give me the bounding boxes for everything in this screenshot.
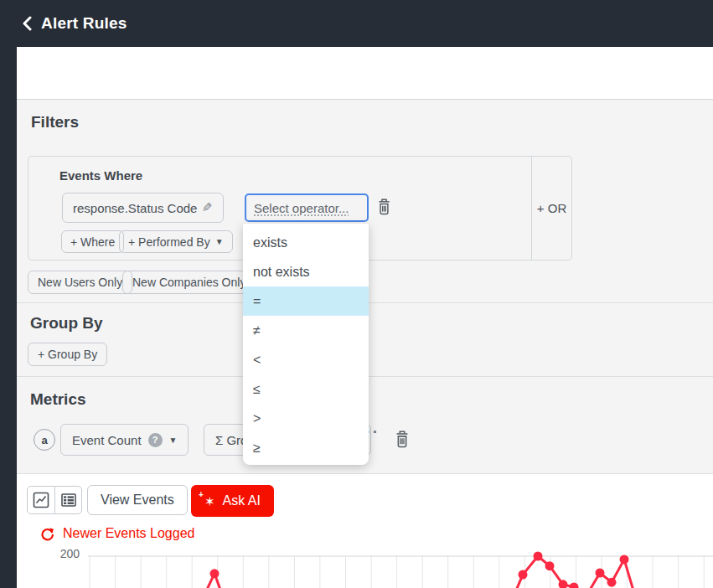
view-events-button[interactable]: View Events <box>87 485 188 515</box>
add-or-label: + OR <box>537 201 566 215</box>
y-axis-tick-200: 200 <box>52 547 80 560</box>
table-icon <box>60 492 77 508</box>
operator-dropdown: exists not exists = ≠ < ≤ > ≥ <box>243 224 369 465</box>
chart-section: View Events ✶+ Ask AI Newer Events Logge… <box>17 473 713 588</box>
new-users-only-chip[interactable]: New Users Only <box>28 271 132 294</box>
metric-delete-button[interactable] <box>395 431 410 451</box>
filter-property-label: response.Status Code <box>73 201 197 215</box>
trash-icon <box>377 199 391 215</box>
operator-option-exists[interactable]: exists <box>243 228 369 257</box>
ask-ai-label: Ask AI <box>223 493 261 508</box>
metrics-heading: Metrics <box>30 390 86 409</box>
chart-plot-area <box>88 544 713 588</box>
help-question-icon: ? <box>148 433 163 447</box>
operator-placeholder: Select operator... <box>254 201 349 215</box>
events-where-label: Events Where <box>59 168 142 183</box>
add-performed-by-button[interactable]: + Performed By ▼ <box>119 230 233 253</box>
operator-option-not-exists[interactable]: not exists <box>243 257 369 286</box>
newer-events-label: Newer Events Logged <box>63 526 194 541</box>
add-group-by-label: + Group By <box>38 348 97 361</box>
series-letter: a <box>41 434 47 446</box>
new-users-only-label: New Users Only <box>38 276 122 289</box>
alert-rules-page: Alert Rules Filters Events Where respons… <box>0 0 713 588</box>
metric-select-button[interactable]: Event Count ? ▼ <box>60 424 189 456</box>
refresh-icon <box>40 527 54 541</box>
operator-option-greater-than[interactable]: > <box>243 404 369 433</box>
chevron-down-icon: ▼ <box>169 436 178 445</box>
new-companies-only-chip[interactable]: New Companies Only <box>122 271 256 294</box>
chevron-down-icon: ▼ <box>215 237 224 246</box>
chart-svg <box>88 544 713 588</box>
edit-pencil-icon: ✎ <box>202 200 213 215</box>
top-white-band <box>17 47 713 99</box>
series-letter-badge: a <box>34 429 55 451</box>
group-by-heading: Group By <box>30 314 103 333</box>
filter-property-button[interactable]: response.Status Code ✎ <box>62 193 224 223</box>
add-or-button[interactable]: + OR <box>531 157 571 260</box>
add-performed-by-label: + Performed By <box>128 235 210 249</box>
filter-delete-button[interactable] <box>377 199 391 218</box>
operator-option-not-equals[interactable]: ≠ <box>243 316 369 345</box>
newer-events-link[interactable]: Newer Events Logged <box>40 526 194 541</box>
add-where-button[interactable]: + Where <box>61 230 124 253</box>
sparkle-icon: ✶+ <box>204 495 215 508</box>
top-bar: Alert Rules <box>0 0 713 47</box>
operator-select-input[interactable]: Select operator... <box>245 193 369 222</box>
operator-option-less-equal[interactable]: ≤ <box>243 374 369 404</box>
add-group-by-button[interactable]: + Group By <box>28 343 107 366</box>
back-chevron-icon[interactable] <box>21 16 34 31</box>
metric-label: Event Count <box>72 433 142 447</box>
new-companies-only-label: New Companies Only <box>132 276 245 289</box>
filters-heading: Filters <box>31 113 79 132</box>
operator-option-greater-equal[interactable]: ≥ <box>243 433 369 462</box>
content-panel: Filters Events Where response.Status Cod… <box>17 47 713 588</box>
line-chart-icon <box>33 492 49 508</box>
operator-option-equals[interactable]: = <box>243 286 369 316</box>
operator-option-less-than[interactable]: < <box>243 345 369 374</box>
trash-icon <box>395 431 410 448</box>
view-events-label: View Events <box>101 493 174 508</box>
chart-view-toggle <box>27 486 82 514</box>
page-title: Alert Rules <box>41 14 127 33</box>
line-chart-view-button[interactable] <box>28 487 54 513</box>
table-view-button[interactable] <box>54 487 81 513</box>
ask-ai-button[interactable]: ✶+ Ask AI <box>191 485 274 517</box>
add-where-label: + Where <box>70 235 115 249</box>
